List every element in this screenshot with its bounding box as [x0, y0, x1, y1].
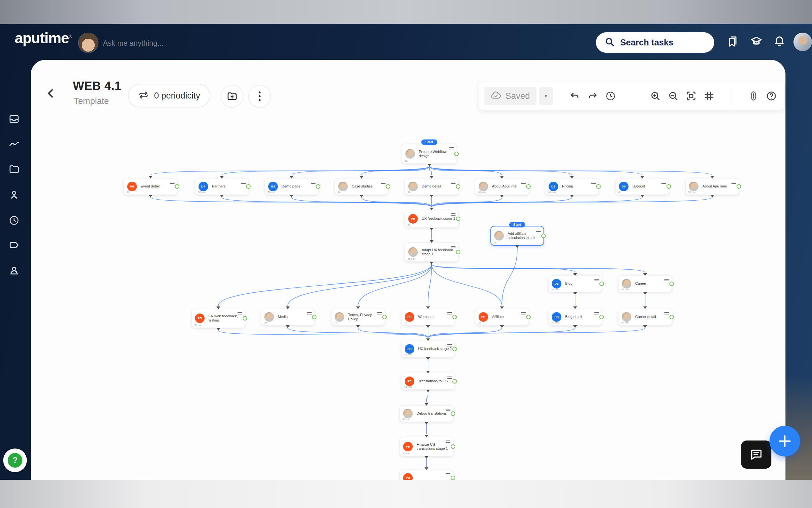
task-node-blog-detail[interactable]: DSBlog detail50 min: [548, 309, 602, 325]
task-node-media[interactable]: Media2h: [261, 309, 315, 325]
node-menu-icon[interactable]: [451, 181, 456, 185]
task-node-demo-detail[interactable]: Demo detail1h: [405, 178, 459, 195]
node-output-port[interactable]: [526, 315, 531, 319]
node-menu-icon[interactable]: [447, 311, 452, 315]
node-menu-icon[interactable]: [377, 311, 382, 315]
help-button[interactable]: ?: [3, 449, 27, 472]
node-menu-icon[interactable]: [238, 311, 242, 315]
sidebar-person-icon[interactable]: [8, 264, 20, 276]
node-output-port[interactable]: [736, 184, 741, 189]
sidebar-inbox-icon[interactable]: [8, 113, 20, 125]
node-output-port[interactable]: [175, 184, 179, 189]
node-menu-icon[interactable]: [446, 439, 450, 444]
node-output-port[interactable]: [456, 250, 460, 254]
task-node-affiliate[interactable]: PBAffiliate2h: [475, 309, 529, 325]
chat-button[interactable]: [741, 440, 771, 469]
user-avatar[interactable]: [794, 33, 812, 51]
task-node-pricing[interactable]: DSPricing45 min: [545, 178, 599, 195]
node-menu-icon[interactable]: [521, 311, 526, 315]
sidebar-trend-icon[interactable]: [8, 138, 20, 150]
node-output-port[interactable]: [451, 476, 455, 480]
add-task-button[interactable]: [769, 426, 800, 457]
node-menu-icon[interactable]: [591, 181, 596, 185]
task-node-prepare[interactable]: StartPrepare Webflow design4h: [402, 144, 457, 164]
search-input[interactable]: Search tasks: [596, 32, 714, 53]
node-output-port[interactable]: [316, 184, 320, 189]
task-node-translations[interactable]: PBTranslations to CS45 min: [401, 373, 455, 390]
node-output-port[interactable]: [452, 379, 457, 384]
task-node-about-aputime-1[interactable]: About ApuTime45 min: [475, 178, 529, 195]
notifications-bell-icon[interactable]: [773, 35, 786, 48]
node-output-port[interactable]: [526, 184, 531, 189]
node-menu-icon[interactable]: [447, 376, 452, 380]
sidebar-time-icon[interactable]: [8, 215, 20, 226]
ask-anything-input[interactable]: Ask me anything...: [103, 39, 163, 48]
node-output-port[interactable]: [246, 184, 251, 189]
node-output-port[interactable]: [456, 217, 460, 221]
sidebar-projects-folder-icon[interactable]: [8, 164, 20, 175]
node-output-port[interactable]: [541, 234, 546, 238]
node-menu-icon[interactable]: [594, 278, 599, 282]
assignee-initials-badge: DS: [552, 312, 561, 322]
node-menu-icon[interactable]: [731, 181, 736, 185]
node-output-port[interactable]: [243, 316, 247, 321]
node-menu-icon[interactable]: [451, 212, 456, 217]
task-node-ux2[interactable]: DSUX feedback stage 245 min: [401, 341, 455, 357]
node-menu-icon[interactable]: [311, 181, 316, 185]
node-menu-icon[interactable]: [446, 472, 450, 476]
task-node-demo-page[interactable]: DSDemo page50 min: [265, 178, 319, 195]
node-menu-icon[interactable]: [446, 408, 450, 412]
node-menu-icon[interactable]: [307, 311, 312, 315]
node-output-port[interactable]: [667, 184, 671, 189]
node-menu-icon[interactable]: [521, 181, 526, 185]
task-node-career-detail[interactable]: Career detail50 min: [618, 309, 672, 325]
sidebar-tag-icon[interactable]: [8, 239, 20, 251]
node-output-port[interactable]: [600, 282, 604, 286]
node-output-port[interactable]: [452, 347, 457, 351]
task-node-about-aputime-2[interactable]: About ApuTime50 min: [685, 178, 739, 195]
task-node-terms[interactable]: Terms, Privacy Policy1h: [331, 309, 385, 325]
task-node-bottom-clipped[interactable]: PB: [399, 470, 453, 480]
task-node-event-detail[interactable]: PBEvent detail1h: [124, 178, 178, 195]
node-menu-icon[interactable]: [536, 229, 541, 233]
assistant-avatar[interactable]: [79, 33, 98, 52]
node-output-port[interactable]: [596, 184, 601, 189]
node-output-port[interactable]: [600, 315, 604, 319]
sidebar-workflow-icon[interactable]: [8, 189, 20, 201]
task-node-case-studies[interactable]: Case studies4h: [335, 178, 388, 195]
task-node-ux1[interactable]: PBUX feedback stage 12h: [405, 210, 459, 228]
bookmarks-icon[interactable]: [726, 35, 739, 48]
node-menu-icon[interactable]: [241, 181, 246, 185]
task-node-webinars[interactable]: PBWebinars1h: [401, 309, 455, 325]
node-menu-icon[interactable]: [170, 181, 175, 185]
task-node-en-web[interactable]: PBEN web feedback, testing30 min: [191, 309, 245, 328]
node-menu-icon[interactable]: [594, 311, 599, 315]
task-node-debug[interactable]: Debug translations45 min: [399, 405, 453, 422]
node-menu-icon[interactable]: [447, 343, 452, 347]
node-output-port[interactable]: [454, 152, 459, 156]
node-output-port[interactable]: [451, 444, 455, 449]
node-output-port[interactable]: [386, 184, 390, 189]
task-node-partners[interactable]: DSPartners50 min: [195, 178, 249, 195]
task-node-support[interactable]: DSSupport4h: [615, 178, 669, 195]
node-menu-icon[interactable]: [664, 278, 669, 282]
task-node-finalize[interactable]: PBFinalize CS translations stage 145 min: [399, 437, 453, 456]
node-output-port[interactable]: [669, 282, 674, 286]
node-output-port[interactable]: [451, 411, 455, 416]
node-output-port[interactable]: [669, 315, 674, 319]
node-menu-icon[interactable]: [451, 245, 456, 249]
task-node-career[interactable]: Career45 min: [618, 276, 672, 292]
node-output-port[interactable]: [452, 315, 457, 319]
node-menu-icon[interactable]: [381, 181, 386, 185]
workflow-canvas[interactable]: StartPrepare Webflow design4hPBEvent det…: [31, 60, 785, 480]
node-output-port[interactable]: [312, 315, 317, 319]
node-output-port[interactable]: [382, 315, 387, 319]
task-node-blog[interactable]: DSBlog50 min: [548, 276, 602, 292]
node-output-port[interactable]: [456, 184, 460, 189]
learning-icon[interactable]: [750, 35, 763, 48]
node-menu-icon[interactable]: [449, 146, 454, 151]
node-menu-icon[interactable]: [664, 311, 669, 315]
task-node-add-affiliate[interactable]: StartAdd affiliate calculation to sdk2h: [490, 226, 544, 246]
task-node-adapt-ux[interactable]: Adapt UX feedback stage 145 min: [405, 243, 459, 262]
node-menu-icon[interactable]: [661, 181, 666, 185]
